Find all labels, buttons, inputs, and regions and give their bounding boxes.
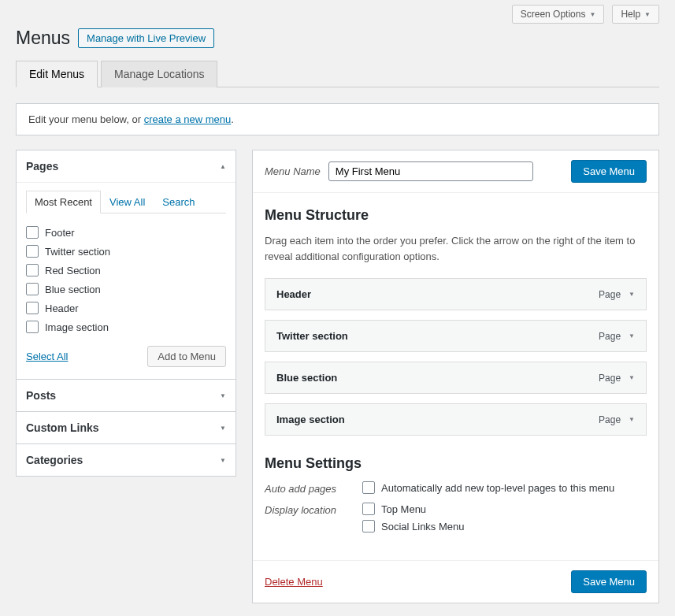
checkbox-icon <box>26 283 39 295</box>
menu-item-blue[interactable]: Blue section Page▼ <box>265 362 647 394</box>
accordion-pages-title: Pages <box>26 160 58 173</box>
inner-tab-most-recent[interactable]: Most Recent <box>26 191 101 213</box>
accordion-posts-toggle[interactable]: Posts▼ <box>17 380 236 411</box>
accordion-categories: Categories▼ <box>17 444 236 476</box>
notice: Edit your menu below, or create a new me… <box>16 103 659 135</box>
checkbox-icon <box>362 520 375 533</box>
sidebar: Pages ▲ Most Recent View All Search Foot… <box>16 150 236 477</box>
page-checkbox-header[interactable]: Header <box>26 299 226 317</box>
auto-add-pages-label: Auto add pages <box>265 481 351 495</box>
add-to-menu-button[interactable]: Add to Menu <box>147 346 226 367</box>
menu-name-input[interactable] <box>328 161 533 181</box>
menu-item-image[interactable]: Image section Page▼ <box>265 403 647 436</box>
inner-tab-view-all[interactable]: View All <box>101 191 154 213</box>
accordion-custom-links: Custom Links▼ <box>17 412 236 444</box>
page-title: Menus <box>16 28 70 49</box>
manage-live-preview-button[interactable]: Manage with Live Preview <box>78 28 214 48</box>
checkbox-icon <box>26 264 39 276</box>
chevron-down-icon: ▼ <box>589 11 595 18</box>
page-checkbox-twitter[interactable]: Twitter section <box>26 242 226 261</box>
page-checkbox-blue[interactable]: Blue section <box>26 280 226 299</box>
chevron-down-icon[interactable]: ▼ <box>629 416 635 423</box>
chevron-down-icon: ▼ <box>220 392 226 399</box>
display-social-links-checkbox[interactable]: Social Links Menu <box>362 520 465 533</box>
help-button[interactable]: Help▼ <box>612 5 659 24</box>
page-checkbox-image[interactable]: Image section <box>26 317 226 336</box>
chevron-up-icon: ▲ <box>220 163 226 170</box>
notice-prefix: Edit your menu below, or <box>28 113 144 125</box>
accordion-pages: Pages ▲ Most Recent View All Search Foot… <box>17 150 236 380</box>
delete-menu-link[interactable]: Delete Menu <box>265 576 323 588</box>
help-label: Help <box>621 9 640 20</box>
menu-item-header[interactable]: Header Page▼ <box>265 278 647 310</box>
screen-options-label: Screen Options <box>521 9 586 20</box>
tab-edit-menus[interactable]: Edit Menus <box>16 61 98 87</box>
select-all-link[interactable]: Select All <box>26 351 68 362</box>
checkbox-icon <box>26 302 39 314</box>
auto-add-checkbox[interactable]: Automatically add new top-level pages to… <box>362 481 614 494</box>
menu-name-label: Menu Name <box>265 165 321 177</box>
page-checkbox-footer[interactable]: Footer <box>26 223 226 242</box>
notice-suffix: . <box>231 113 234 125</box>
checkbox-icon <box>26 321 39 333</box>
menu-item-twitter[interactable]: Twitter section Page▼ <box>265 320 647 352</box>
page-checkbox-red[interactable]: Red Section <box>26 261 226 280</box>
display-location-label: Display location <box>265 503 351 533</box>
checkbox-icon <box>26 226 39 239</box>
accordion-categories-toggle[interactable]: Categories▼ <box>17 444 236 476</box>
accordion-posts: Posts▼ <box>17 380 236 412</box>
accordion-pages-toggle[interactable]: Pages ▲ <box>17 150 236 182</box>
save-menu-button-bottom[interactable]: Save Menu <box>571 570 647 593</box>
main-panel: Menu Name Save Menu Menu Structure Drag … <box>252 150 659 603</box>
chevron-down-icon: ▼ <box>644 11 651 18</box>
checkbox-icon <box>362 503 375 515</box>
checkbox-icon <box>362 481 375 494</box>
menu-settings-heading: Menu Settings <box>265 455 647 472</box>
chevron-down-icon[interactable]: ▼ <box>629 332 635 340</box>
menu-structure-heading: Menu Structure <box>265 207 647 224</box>
display-top-menu-checkbox[interactable]: Top Menu <box>362 503 465 515</box>
chevron-down-icon: ▼ <box>220 425 226 432</box>
accordion-custom-links-toggle[interactable]: Custom Links▼ <box>17 412 236 443</box>
menu-structure-desc: Drag each item into the order you prefer… <box>265 233 647 264</box>
checkbox-icon <box>26 245 39 258</box>
chevron-down-icon: ▼ <box>220 457 226 464</box>
chevron-down-icon[interactable]: ▼ <box>629 291 635 298</box>
chevron-down-icon[interactable]: ▼ <box>629 374 635 381</box>
save-menu-button-top[interactable]: Save Menu <box>571 160 647 183</box>
inner-tab-search[interactable]: Search <box>154 191 203 213</box>
tab-manage-locations[interactable]: Manage Locations <box>101 61 217 87</box>
screen-options-button[interactable]: Screen Options▼ <box>512 5 605 24</box>
create-new-menu-link[interactable]: create a new menu <box>144 113 232 125</box>
